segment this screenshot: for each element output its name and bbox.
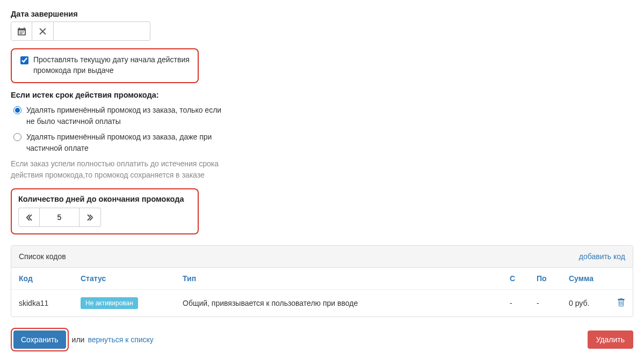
- cell-type: Общий, привязывается к пользователю при …: [175, 290, 502, 317]
- end-date-label: Дата завершения: [11, 10, 633, 18]
- clear-date-icon[interactable]: [32, 21, 54, 41]
- expired-opt1-radio[interactable]: [13, 106, 21, 114]
- set-current-date-highlight: Проставлять текущую дату начала действия…: [11, 48, 199, 83]
- footer: Сохранить или вернуться к списку Удалить: [11, 328, 633, 351]
- days-decrement-icon[interactable]: [18, 208, 40, 227]
- expired-help-text: Если заказ успели полностью оплатить до …: [11, 158, 231, 181]
- days-input[interactable]: [40, 208, 79, 227]
- cell-from: -: [502, 290, 529, 317]
- expired-opt1-row[interactable]: Удалять применённый промокод из заказа, …: [11, 105, 226, 127]
- calendar-icon[interactable]: [11, 21, 32, 41]
- col-type[interactable]: Тип: [175, 268, 502, 290]
- cell-code: skidka11: [11, 290, 73, 317]
- expired-heading: Если истек срок действия промокода:: [11, 91, 633, 99]
- back-to-list-link[interactable]: вернуться к списку: [88, 335, 153, 344]
- expired-opt2-radio[interactable]: [13, 133, 21, 141]
- set-current-date-checkbox-row[interactable]: Проставлять текущую дату начала действия…: [18, 55, 191, 76]
- expired-opt2-label: Удалять применённый промокод из заказа, …: [26, 131, 226, 154]
- status-badge: Не активирован: [81, 297, 138, 309]
- col-from[interactable]: С: [502, 268, 529, 290]
- add-code-link[interactable]: добавить код: [579, 252, 625, 261]
- col-sum[interactable]: Сумма: [561, 268, 610, 290]
- cell-sum: 0 руб.: [561, 290, 610, 317]
- expired-opt2-row[interactable]: Удалять применённый промокод из заказа, …: [11, 131, 226, 154]
- expired-opt1-label: Удалять применённый промокод из заказа, …: [26, 105, 226, 127]
- col-status[interactable]: Статус: [73, 268, 175, 290]
- set-current-date-label: Проставлять текущую дату начала действия…: [33, 55, 191, 76]
- end-date-input[interactable]: [54, 21, 150, 41]
- days-label: Количество дней до окончания промокода: [18, 195, 191, 203]
- codes-panel-title: Список кодов: [19, 252, 66, 261]
- trash-icon[interactable]: [610, 290, 633, 317]
- table-row: skidka11 Не активирован Общий, привязыва…: [11, 290, 633, 317]
- days-increment-icon[interactable]: [79, 208, 101, 227]
- col-code[interactable]: Код: [11, 268, 73, 290]
- cell-to: -: [529, 290, 561, 317]
- delete-button[interactable]: Удалить: [588, 330, 633, 349]
- days-stepper: [18, 208, 191, 227]
- set-current-date-checkbox[interactable]: [20, 56, 28, 64]
- save-highlight: Сохранить: [11, 328, 69, 351]
- col-to[interactable]: По: [529, 268, 561, 290]
- codes-table: Код Статус Тип С По Сумма skidka11 Не ак…: [11, 268, 633, 317]
- footer-or: или: [72, 335, 85, 344]
- save-button[interactable]: Сохранить: [13, 330, 66, 349]
- end-date-group: [11, 21, 633, 41]
- days-highlight: Количество дней до окончания промокода: [11, 188, 199, 234]
- codes-panel: Список кодов добавить код Код Статус Тип…: [11, 245, 633, 317]
